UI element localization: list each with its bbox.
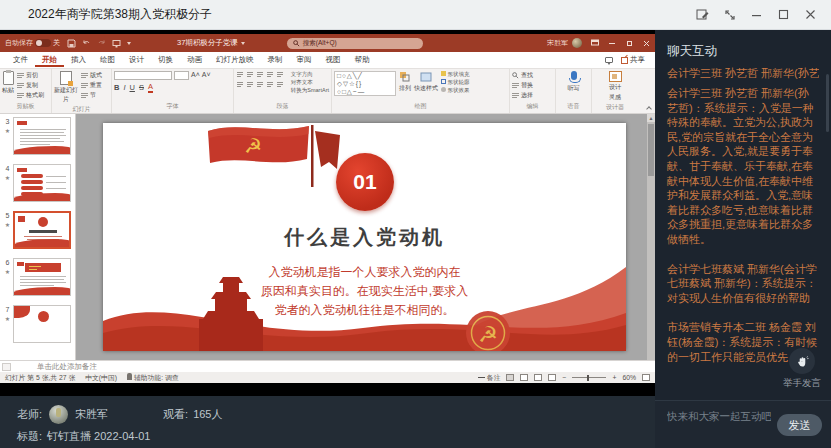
ppt-minimize-icon[interactable] xyxy=(608,39,616,47)
undo-icon[interactable] xyxy=(82,39,91,48)
font-color-button[interactable]: A xyxy=(148,83,153,93)
fullscreen-resize-icon[interactable] xyxy=(723,8,736,21)
bold-button[interactable]: B xyxy=(114,83,119,92)
layout-button[interactable]: 版式 xyxy=(81,71,102,80)
normal-view-icon[interactable] xyxy=(506,374,514,381)
paste-button[interactable]: 粘贴 xyxy=(2,71,14,95)
tab-design[interactable]: 设计 xyxy=(122,53,151,67)
increase-indent-button[interactable] xyxy=(266,71,274,79)
annotate-icon[interactable] xyxy=(696,8,709,21)
reset-button[interactable]: 重置 xyxy=(81,81,102,90)
chat-message-list[interactable]: 会计学三班 孙艺哲 邢新华(孙艺哲 会计学三班 孙艺哲 邢新华(孙艺哲)：系统提… xyxy=(655,66,831,400)
maximize-icon[interactable] xyxy=(777,8,790,21)
line-spacing-button[interactable] xyxy=(276,71,284,79)
tab-animations[interactable]: 动画 xyxy=(180,53,209,67)
underline-button[interactable]: U xyxy=(130,83,135,92)
scrollbar-up-icon[interactable]: ▲ xyxy=(647,114,655,122)
arrange-button[interactable]: 排列 xyxy=(399,71,411,93)
scrollbar-thumb[interactable] xyxy=(648,124,654,176)
new-slide-button[interactable]: 新建幻灯片 xyxy=(54,71,78,104)
tab-view[interactable]: 视图 xyxy=(319,53,348,67)
numbering-button[interactable] xyxy=(246,71,254,79)
chat-scrollbar-thumb[interactable] xyxy=(826,74,829,132)
autosave-toggle[interactable]: 自动保存 关 xyxy=(5,38,60,48)
bullets-button[interactable] xyxy=(236,71,244,79)
decrease-indent-button[interactable] xyxy=(256,71,264,79)
comments-icon[interactable] xyxy=(605,57,613,63)
thumbnail-slide-6[interactable]: 6★ xyxy=(2,258,72,296)
zoom-slider[interactable] xyxy=(572,377,606,378)
zoom-out-button[interactable]: − xyxy=(562,374,566,381)
ppt-close-icon[interactable] xyxy=(642,39,650,47)
chat-input[interactable] xyxy=(667,407,771,425)
save-icon[interactable] xyxy=(67,39,76,48)
redo-icon[interactable] xyxy=(97,39,106,48)
shapes-gallery[interactable]: □○△╲╱ ◇▽☆{} ○□△~— xyxy=(334,71,396,96)
replace-button[interactable]: 替换 xyxy=(512,81,553,90)
canvas-scrollbar[interactable]: ▲ xyxy=(647,114,655,360)
tab-draw[interactable]: 绘图 xyxy=(93,53,122,67)
qat-dropdown-icon[interactable] xyxy=(127,42,131,45)
tab-file[interactable]: 文件 xyxy=(6,53,35,67)
present-icon[interactable] xyxy=(112,39,121,48)
thumbnail-slide-5-current[interactable]: 5★ xyxy=(2,211,72,249)
ppt-user-avatar[interactable] xyxy=(572,38,582,48)
thumbnail-slide-4[interactable]: 4★ xyxy=(2,164,72,202)
slideshow-view-icon[interactable] xyxy=(548,374,556,381)
font-size-select[interactable] xyxy=(174,71,189,80)
design-ideas-button[interactable]: 设计 灵感 xyxy=(609,71,622,102)
collapse-ribbon-icon[interactable] xyxy=(645,106,652,111)
section-button[interactable]: 节 xyxy=(81,91,102,100)
reading-view-icon[interactable] xyxy=(534,374,542,381)
tab-home[interactable]: 开始 xyxy=(35,53,64,67)
format-painter-button[interactable]: 格式刷 xyxy=(17,91,44,100)
strikethrough-button[interactable]: S xyxy=(139,83,144,92)
current-slide[interactable]: ☭ xyxy=(103,123,626,351)
thumbnail-slide-3[interactable]: 3★ xyxy=(2,117,72,155)
smartart-button[interactable]: 转换为SmartArt xyxy=(291,87,329,94)
grow-font-button[interactable]: A˄ xyxy=(191,71,200,80)
notes-pane[interactable]: 单击此处添加备注 xyxy=(0,360,655,372)
shape-outline-button[interactable]: 形状轮廓 xyxy=(441,79,470,86)
tab-slideshow[interactable]: 幻灯片放映 xyxy=(209,53,261,67)
select-button[interactable]: 选择 xyxy=(512,91,553,100)
share-button[interactable]: 共享 xyxy=(621,55,645,65)
tab-insert[interactable]: 插入 xyxy=(64,53,93,67)
ppt-restore-icon[interactable] xyxy=(625,39,633,47)
notes-toggle-button[interactable]: 备注 xyxy=(478,373,501,383)
shape-fill-button[interactable]: 形状填充 xyxy=(441,71,470,78)
ribbon-display-options-icon[interactable] xyxy=(591,39,599,47)
shrink-font-button[interactable]: A˅ xyxy=(202,71,211,80)
font-name-select[interactable] xyxy=(114,71,172,80)
find-button[interactable]: 查找 xyxy=(512,71,553,80)
zoom-in-button[interactable]: + xyxy=(612,374,616,381)
text-direction-button[interactable]: 文字方向 xyxy=(291,71,329,78)
quick-styles-button[interactable]: 快速样式 xyxy=(414,71,438,93)
cut-button[interactable]: 剪切 xyxy=(17,71,44,80)
notes-collapse-handle[interactable] xyxy=(2,363,11,371)
italic-button[interactable]: I xyxy=(123,83,125,92)
language-indicator[interactable]: 中文(中国) xyxy=(85,373,117,383)
justify-button[interactable] xyxy=(266,81,274,89)
close-icon[interactable] xyxy=(804,8,817,21)
tab-help[interactable]: 帮助 xyxy=(348,53,377,67)
columns-button[interactable] xyxy=(276,81,284,89)
send-button[interactable]: 发送 xyxy=(777,414,822,436)
document-title[interactable]: 37期积极分子党课 xyxy=(177,38,245,48)
align-right-button[interactable] xyxy=(256,81,264,89)
raise-hand-button[interactable]: 举手发言 xyxy=(783,348,821,390)
copy-button[interactable]: 复制 xyxy=(17,81,44,90)
align-text-button[interactable]: 对齐文本 xyxy=(291,79,329,86)
tab-review[interactable]: 审阅 xyxy=(290,53,319,67)
dictate-button[interactable]: 听写 xyxy=(568,71,580,93)
minimize-icon[interactable] xyxy=(750,8,763,21)
align-center-button[interactable] xyxy=(246,81,254,89)
tab-record[interactable]: 录制 xyxy=(261,53,290,67)
accessibility-status[interactable]: 辅助功能: 调查 xyxy=(127,373,179,383)
shape-effects-button[interactable]: 形状效果 xyxy=(441,87,470,94)
tab-transitions[interactable]: 切换 xyxy=(151,53,180,67)
teacher-avatar[interactable] xyxy=(49,405,68,424)
ppt-search-input[interactable]: 搜索(Alt+Q) xyxy=(287,38,423,49)
screen-share-video[interactable]: 自动保存 关 xyxy=(0,30,655,396)
slide-sorter-view-icon[interactable] xyxy=(520,374,528,381)
